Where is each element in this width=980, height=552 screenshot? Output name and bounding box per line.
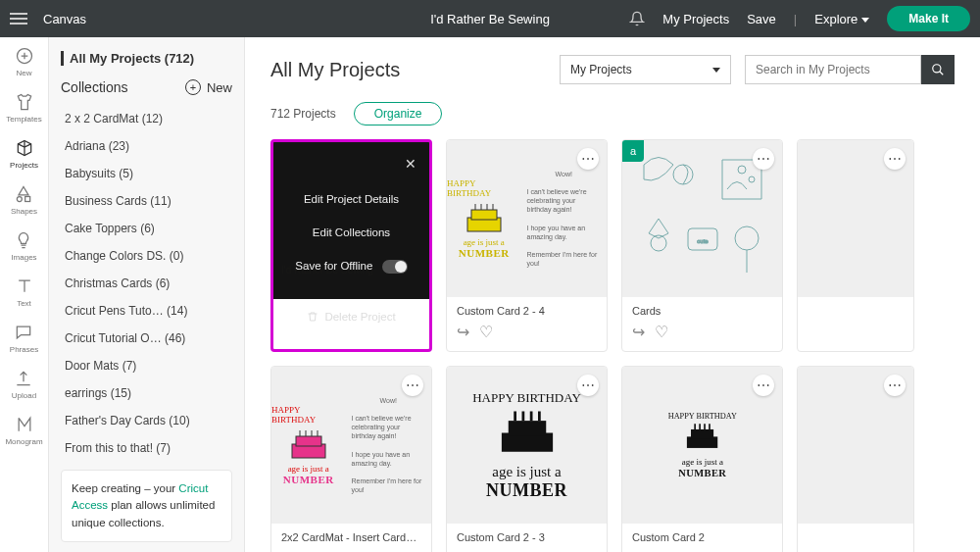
monogram-icon — [14, 414, 35, 435]
svg-point-10 — [673, 165, 693, 184]
rail-phrases[interactable]: Phrases — [10, 322, 38, 354]
svg-rect-24 — [501, 432, 552, 451]
plus-icon: + — [185, 79, 201, 95]
rail-monogram[interactable]: Monogram — [5, 414, 42, 446]
save-link[interactable]: Save — [747, 12, 776, 26]
collection-item[interactable]: From this to that! (7) — [61, 434, 232, 462]
top-divider: | — [794, 12, 797, 26]
collection-item[interactable]: Business Cards (11) — [61, 187, 232, 215]
collections-heading: Collections — [61, 79, 127, 95]
project-card[interactable]: I'd Rather Be Sewing ✕ Edit Project Deta… — [270, 139, 432, 352]
card-more-icon[interactable]: ⋯ — [884, 148, 906, 170]
my-projects-link[interactable]: My Projects — [662, 12, 729, 26]
delete-project-item[interactable]: Delete Project — [307, 311, 395, 323]
project-grid: I'd Rather Be Sewing ✕ Edit Project Deta… — [270, 139, 955, 552]
new-collection-button[interactable]: + New — [185, 79, 232, 95]
heart-icon[interactable]: ♡ — [655, 323, 668, 341]
collections-list: 2 x 2 CardMat (12) Adriana (23) Babysuit… — [61, 105, 232, 462]
text-icon — [14, 276, 35, 297]
project-card[interactable]: ⋯ HAPPY BIRTHDAY age is just a NUMBER Wo… — [270, 366, 432, 552]
page-title: All My Projects — [270, 59, 546, 81]
card-more-icon[interactable]: ⋯ — [402, 375, 423, 396]
save-offline-item[interactable]: Save for Offline — [295, 254, 407, 279]
collection-item[interactable]: earrings (15) — [61, 379, 232, 407]
card-more-icon[interactable]: ⋯ — [884, 375, 906, 396]
collection-item[interactable]: Cricut Pens Tuto… (14) — [61, 297, 232, 325]
svg-rect-30 — [687, 436, 717, 448]
rail-projects[interactable]: Projects — [10, 137, 38, 170]
svg-rect-31 — [691, 429, 713, 438]
card-more-icon[interactable]: ⋯ — [577, 375, 599, 396]
lightbulb-icon — [13, 229, 34, 251]
project-card[interactable]: ⋯ — [797, 366, 914, 552]
svg-point-16 — [735, 226, 759, 250]
card-title: Custom Card 2 - 3 — [457, 531, 597, 543]
svg-rect-2 — [25, 197, 30, 202]
make-it-button[interactable]: Make It — [887, 6, 970, 31]
collection-item[interactable]: Change Colors DS. (0) — [61, 242, 232, 270]
menu-icon[interactable] — [10, 13, 27, 25]
collection-item[interactable]: Cricut Tutorial O… (46) — [61, 325, 232, 352]
svg-rect-5 — [471, 210, 497, 220]
project-title: I'd Rather Be Sewing — [430, 12, 550, 26]
collection-item[interactable]: Adriana (23) — [61, 132, 232, 160]
chat-icon — [13, 322, 34, 343]
project-card[interactable]: ⋯ HAPPY BIRTHDAY age is just a NUMBER Wo… — [446, 139, 608, 352]
sidebar-all-projects[interactable]: All My Projects (712) — [61, 51, 232, 66]
shapes-icon — [13, 183, 34, 205]
svg-point-3 — [933, 65, 941, 73]
svg-point-1 — [18, 197, 23, 202]
rail-templates[interactable]: Templates — [6, 91, 41, 124]
card-title: Custom Card 2 — [632, 531, 772, 543]
close-icon[interactable]: ✕ — [402, 156, 419, 172]
edit-details-item[interactable]: Edit Project Details — [304, 187, 399, 211]
info-card: Keep creating – your Cricut Access plan … — [61, 470, 232, 542]
app-name: Canvas — [43, 12, 86, 26]
rail-new[interactable]: New — [14, 45, 35, 77]
search-button[interactable] — [921, 55, 955, 84]
heart-icon[interactable]: ♡ — [479, 323, 493, 341]
main-content: All My Projects My Projects 712 Projects… — [245, 37, 980, 552]
project-card[interactable]: a ⋯ cute C — [621, 139, 783, 352]
organize-button[interactable]: Organize — [354, 102, 443, 125]
rail-images[interactable]: Images — [11, 229, 36, 262]
rail-text[interactable]: Text — [14, 276, 35, 308]
access-badge-icon: a — [622, 140, 644, 162]
project-card[interactable]: ⋯ HAPPY BIRTHDAY age is just a NUMBER Cu… — [621, 366, 783, 552]
svg-rect-25 — [508, 421, 546, 435]
edit-collections-item[interactable]: Edit Collections — [313, 221, 390, 244]
card-more-icon[interactable]: ⋯ — [753, 375, 774, 396]
collection-item[interactable]: Father's Day Cards (10) — [61, 407, 232, 434]
search-input[interactable] — [745, 55, 921, 84]
bell-icon[interactable] — [629, 11, 645, 26]
cake-icon — [682, 421, 722, 454]
collection-item[interactable]: Christmas Cards (6) — [61, 270, 232, 297]
cake-icon — [493, 406, 562, 460]
collection-item[interactable]: Door Mats (7) — [61, 352, 232, 379]
collection-item[interactable]: 2 x 2 CardMat (12) — [61, 105, 232, 132]
sidebar: All My Projects (712) Collections + New … — [49, 37, 245, 552]
project-card[interactable]: ⋯ — [797, 139, 914, 352]
rail-shapes[interactable]: Shapes — [11, 183, 37, 216]
project-card[interactable]: ⋯ HAPPY BIRTHDAY age is just a NUMBER Cu… — [446, 366, 608, 552]
share-icon[interactable]: ↪ — [632, 323, 645, 341]
share-icon[interactable]: ↪ — [457, 323, 469, 341]
collection-item[interactable]: Babysuits (5) — [61, 160, 232, 187]
filter-dropdown[interactable]: My Projects — [560, 55, 731, 84]
tool-rail: New Templates Projects Shapes Images Tex… — [0, 37, 49, 552]
svg-rect-19 — [296, 436, 321, 446]
collection-item[interactable]: Cake Toppers (6) — [61, 215, 232, 242]
cake-icon — [460, 198, 509, 237]
explore-dropdown[interactable]: Explore — [814, 12, 869, 26]
rail-upload[interactable]: Upload — [12, 368, 36, 400]
card-title: Custom Card 2 - 4 — [457, 305, 597, 317]
project-count: 712 Projects — [270, 107, 336, 121]
cube-icon — [14, 137, 35, 159]
upload-icon — [13, 368, 34, 389]
tshirt-icon — [14, 91, 35, 113]
card-more-icon[interactable]: ⋯ — [577, 148, 599, 170]
card-more-icon[interactable]: ⋯ — [753, 148, 774, 170]
svg-text:cute: cute — [697, 238, 709, 244]
svg-point-11 — [738, 166, 746, 174]
toggle-icon[interactable] — [382, 260, 408, 274]
